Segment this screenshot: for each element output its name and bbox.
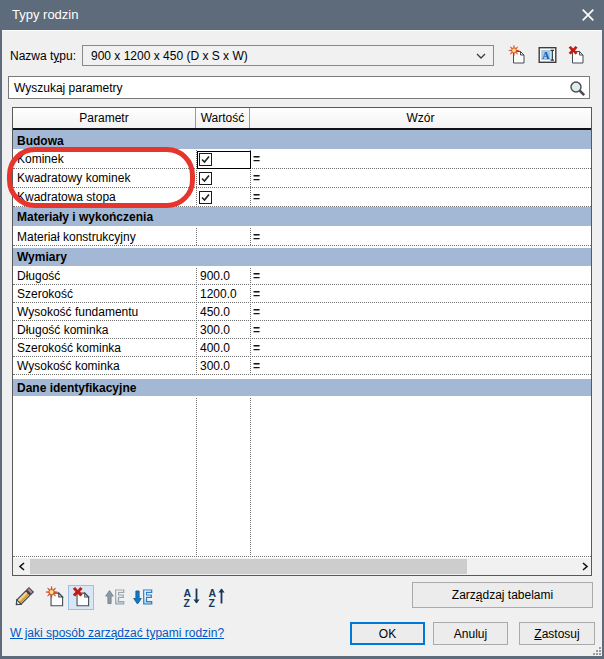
svg-text:Z: Z: [209, 597, 216, 609]
svg-text:A: A: [542, 50, 550, 61]
svg-text:Z: Z: [184, 597, 191, 609]
